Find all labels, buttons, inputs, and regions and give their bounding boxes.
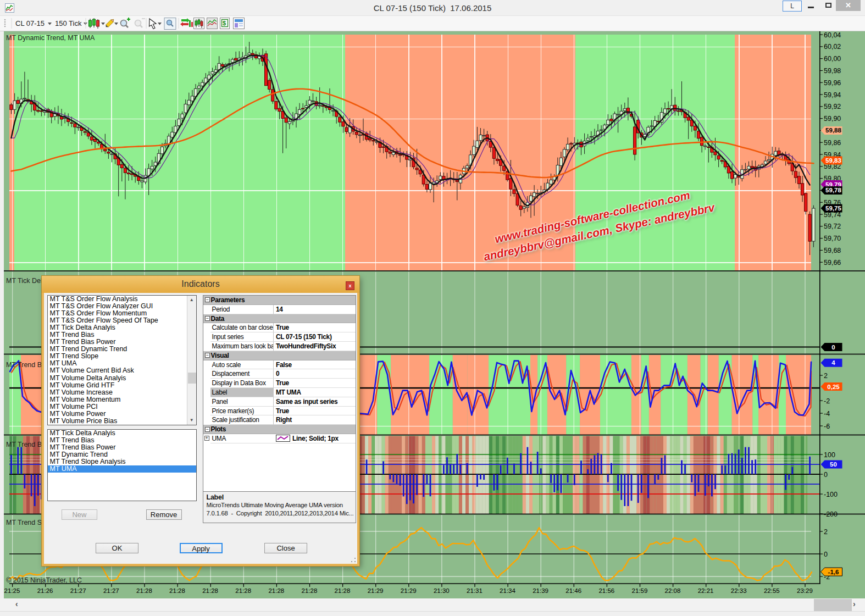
svg-text:22:21: 22:21: [698, 587, 714, 594]
svg-text:$: $: [223, 20, 226, 26]
svg-text:59,98: 59,98: [824, 67, 841, 75]
svg-text:22:33: 22:33: [731, 587, 747, 594]
svg-text:59,96: 59,96: [824, 79, 841, 87]
svg-text:21:28: 21:28: [202, 587, 218, 594]
svg-text:21:29: 21:29: [401, 587, 417, 594]
svg-text:-6: -6: [824, 423, 830, 430]
svg-text:60,02: 60,02: [824, 43, 841, 51]
svg-text:0: 0: [824, 471, 828, 479]
svg-text:21:26: 21:26: [37, 587, 53, 594]
svg-text:60,00: 60,00: [824, 55, 841, 63]
svg-text:2: 2: [824, 372, 828, 380]
svg-text:150 Tick: 150 Tick: [55, 19, 82, 27]
svg-text:59,92: 59,92: [824, 103, 841, 110]
svg-text:59,86: 59,86: [824, 139, 841, 147]
svg-text:21:28: 21:28: [136, 587, 152, 594]
svg-text:59,68: 59,68: [824, 247, 841, 254]
svg-text:21:27: 21:27: [70, 587, 86, 594]
svg-text:21:28: 21:28: [235, 587, 251, 594]
svg-text:100: 100: [824, 451, 835, 459]
svg-text:-4: -4: [824, 410, 830, 418]
svg-text:23:29: 23:29: [797, 587, 813, 594]
svg-text:-2: -2: [824, 397, 830, 405]
svg-text:-100: -100: [824, 491, 838, 498]
svg-text:21:25: 21:25: [4, 587, 20, 594]
svg-text:MT Dynamic Trend, MT UMA: MT Dynamic Trend, MT UMA: [6, 34, 95, 42]
svg-text:© 2015 NinjaTrader, LLC: © 2015 NinjaTrader, LLC: [6, 576, 82, 584]
svg-text:50: 50: [830, 461, 837, 468]
svg-text:21:31: 21:31: [467, 587, 483, 594]
svg-text:-200: -200: [824, 510, 838, 518]
svg-text:59,72: 59,72: [824, 223, 841, 230]
svg-text:59,70: 59,70: [824, 235, 841, 242]
svg-text:59,90: 59,90: [824, 115, 841, 123]
svg-text:2: 2: [824, 528, 828, 536]
svg-text:21:46: 21:46: [565, 587, 581, 594]
svg-text:59,75: 59,75: [825, 205, 841, 212]
svg-text:21:27: 21:27: [103, 587, 119, 594]
svg-text:59,83: 59,83: [825, 157, 841, 164]
svg-text:21:59: 21:59: [632, 587, 648, 594]
svg-text:21:28: 21:28: [268, 587, 284, 594]
svg-text:21:28: 21:28: [302, 587, 318, 594]
svg-text:59,94: 59,94: [824, 91, 841, 99]
svg-text:60,04: 60,04: [824, 31, 841, 39]
svg-text:21:34: 21:34: [500, 587, 515, 594]
svg-text:21:28: 21:28: [335, 587, 351, 594]
svg-text:4: 4: [831, 359, 835, 366]
svg-text:21:29: 21:29: [368, 587, 384, 594]
svg-text:22:08: 22:08: [665, 587, 681, 594]
svg-text:59,66: 59,66: [824, 259, 841, 267]
svg-text:0: 0: [831, 344, 835, 351]
svg-text:21:28: 21:28: [169, 587, 185, 594]
svg-text:0,25: 0,25: [827, 384, 840, 390]
svg-text:21:56: 21:56: [598, 587, 614, 594]
svg-text:59,88: 59,88: [825, 127, 841, 134]
svg-text:21:39: 21:39: [533, 587, 548, 594]
svg-text:59,78: 59,78: [825, 187, 841, 193]
svg-text:21:30: 21:30: [434, 587, 450, 594]
svg-text:CL 07-15: CL 07-15: [15, 19, 45, 27]
svg-text:22:55: 22:55: [764, 587, 780, 594]
svg-text:0: 0: [824, 551, 828, 558]
svg-text:-1,6: -1,6: [828, 569, 839, 575]
